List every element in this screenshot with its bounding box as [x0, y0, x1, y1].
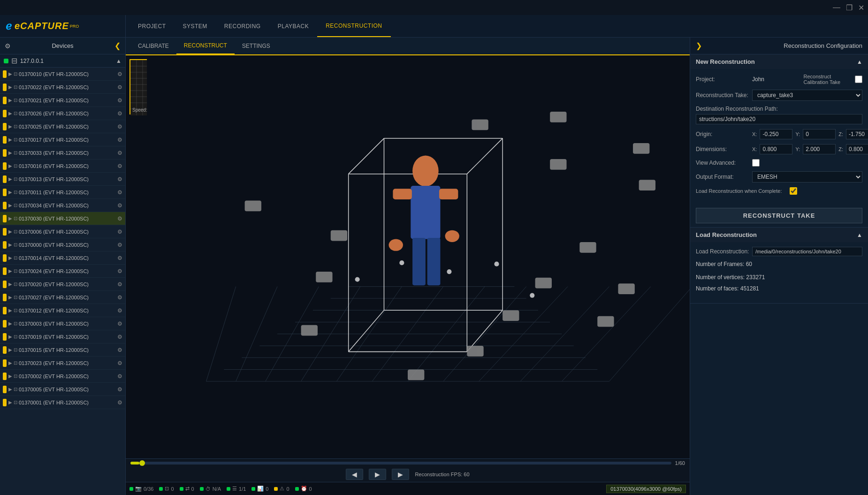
device-settings-icon[interactable]: ⚙: [117, 281, 122, 288]
device-row[interactable]: ▶ ⊡ 01370010 (EVT HR-12000SC) ⚙: [0, 68, 125, 81]
device-color-indicator: [3, 320, 7, 327]
device-row[interactable]: ▶ ⊡ 01370020 (EVT HR-12000SC) ⚙: [0, 278, 125, 291]
subtab-settings[interactable]: SETTINGS: [235, 38, 278, 54]
device-settings-icon[interactable]: ⚙: [117, 268, 122, 274]
origin-y-input[interactable]: [803, 129, 836, 139]
device-row[interactable]: ▶ ⊡ 01370013 (EVT HR-12000SC) ⚙: [0, 173, 125, 186]
device-settings-icon[interactable]: ⚙: [117, 334, 122, 340]
dim-x-input[interactable]: [760, 144, 792, 154]
close-btn[interactable]: ✕: [858, 3, 864, 12]
nav-reconstruction[interactable]: RECONSTRUCTION: [317, 15, 390, 37]
device-settings-icon[interactable]: ⚙: [117, 242, 122, 248]
device-row[interactable]: ▶ ⊡ 01370025 (EVT HR-12000SC) ⚙: [0, 120, 125, 133]
device-name: 01370015 (EVT HR-12000SC): [19, 347, 117, 353]
dim-y-input[interactable]: [803, 144, 836, 154]
device-row[interactable]: ▶ ⊡ 01370011 (EVT HR-12000SC) ⚙: [0, 186, 125, 199]
device-color-indicator: [3, 267, 7, 275]
load-path-input[interactable]: [752, 247, 862, 256]
origin-z-input[interactable]: [846, 129, 868, 139]
device-row[interactable]: ▶ ⊡ 01370017 (EVT HR-12000SC) ⚙: [0, 133, 125, 146]
progress-track[interactable]: [130, 462, 671, 465]
device-settings-icon[interactable]: ⚙: [117, 347, 122, 353]
device-name: 01370006 (EVT HR-12000SC): [19, 229, 117, 235]
play-icon: ▶: [8, 124, 12, 129]
nav-system[interactable]: SYSTEM: [175, 15, 216, 37]
reconstruct-take-btn[interactable]: RECONSTRUCT TAKE: [696, 208, 862, 223]
sidebar-collapse-btn[interactable]: ❮: [114, 41, 121, 50]
svg-rect-85: [316, 272, 332, 282]
restore-btn[interactable]: ❐: [846, 3, 853, 12]
origin-x-input[interactable]: [760, 129, 792, 139]
device-row[interactable]: ▶ ⊡ 01370034 (EVT HR-12000SC) ⚙: [0, 199, 125, 212]
device-settings-icon[interactable]: ⚙: [117, 255, 122, 261]
load-reconstruction-header[interactable]: Load Reconstruction ▲: [690, 228, 868, 242]
device-row[interactable]: ▶ ⊡ 01370001 (EVT HR-12000SC) ⚙: [0, 396, 125, 409]
reconstruction-take-select[interactable]: capture_take3: [752, 90, 862, 101]
device-name: 01370024 (EVT HR-12000SC): [19, 268, 117, 274]
device-settings-icon[interactable]: ⚙: [117, 84, 122, 91]
right-panel-toggle[interactable]: ❯: [696, 41, 702, 50]
device-settings-icon[interactable]: ⚙: [117, 110, 122, 117]
device-row[interactable]: ▶ ⊡ 01370005 (EVT HR-12000SC) ⚙: [0, 383, 125, 396]
project-row: Project: John Reconstruct Calibration Ta…: [696, 74, 862, 85]
nav-recording[interactable]: RECORDING: [216, 15, 269, 37]
device-row[interactable]: ▶ ⊡ 01370021 (EVT HR-12000SC) ⚙: [0, 94, 125, 107]
progress-dot[interactable]: [139, 460, 145, 466]
new-reconstruction-header[interactable]: New Reconstruction ▲: [690, 54, 868, 69]
active-device-label: 01370030(4096x3000 @60fps): [606, 485, 686, 493]
sidebar-settings-icon[interactable]: ⚙: [5, 42, 11, 50]
play-icon: ▶: [8, 163, 12, 168]
device-settings-icon[interactable]: ⚙: [117, 215, 122, 222]
destination-input[interactable]: [696, 114, 862, 124]
device-settings-icon[interactable]: ⚙: [117, 320, 122, 327]
right-panel: ❯ Reconstruction Configuration New Recon…: [690, 38, 868, 495]
device-group-collapse-icon[interactable]: ▲: [116, 58, 122, 64]
load-complete-checkbox[interactable]: [790, 187, 797, 195]
device-settings-icon[interactable]: ⚙: [117, 176, 122, 183]
device-row[interactable]: ▶ ⊡ 01370016 (EVT HR-12000SC) ⚙: [0, 160, 125, 173]
device-settings-icon[interactable]: ⚙: [117, 123, 122, 130]
nav-project[interactable]: PROJECT: [129, 15, 175, 37]
frame-count: 1/60: [675, 460, 685, 466]
device-row[interactable]: ▶ ⊡ 01370014 (EVT HR-12000SC) ⚙: [0, 251, 125, 265]
device-settings-icon[interactable]: ⚙: [117, 163, 122, 169]
device-row[interactable]: ▶ ⊡ 01370019 (EVT HR-12000SC) ⚙: [0, 330, 125, 343]
device-row[interactable]: ▶ ⊡ 01370024 (EVT HR-12000SC) ⚙: [0, 265, 125, 278]
device-row[interactable]: ▶ ⊡ 01370006 (EVT HR-12000SC) ⚙: [0, 225, 125, 238]
device-settings-icon[interactable]: ⚙: [117, 294, 122, 301]
play-btn[interactable]: ▶: [369, 469, 386, 480]
device-row[interactable]: ▶ ⊡ 01370000 (EVT HR-12000SC) ⚙: [0, 238, 125, 251]
device-settings-icon[interactable]: ⚙: [117, 97, 122, 104]
device-row[interactable]: ▶ ⊡ 01370023 (EVT HR-12000SC) ⚙: [0, 357, 125, 370]
device-settings-icon[interactable]: ⚙: [117, 307, 122, 314]
next-frame-btn[interactable]: ▶: [392, 469, 409, 480]
subtab-calibrate[interactable]: CALIBRATE: [130, 38, 176, 54]
device-row[interactable]: ▶ ⊡ 01370030 (EVT HR-12000SC) ⚙: [0, 212, 125, 225]
device-row[interactable]: ▶ ⊡ 01370026 (EVT HR-12000SC) ⚙: [0, 107, 125, 120]
view-advanced-checkbox[interactable]: [752, 159, 760, 167]
dim-z-input[interactable]: [846, 144, 868, 154]
prev-frame-btn[interactable]: ◀: [346, 469, 363, 480]
reconstruct-calib-checkbox[interactable]: [855, 76, 862, 83]
device-settings-icon[interactable]: ⚙: [117, 373, 122, 380]
device-row[interactable]: ▶ ⊡ 01370003 (EVT HR-12000SC) ⚙: [0, 317, 125, 330]
device-settings-icon[interactable]: ⚙: [117, 360, 122, 366]
device-row[interactable]: ▶ ⊡ 01370022 (EVT HR-12000SC) ⚙: [0, 81, 125, 94]
device-settings-icon[interactable]: ⚙: [117, 137, 122, 143]
device-settings-icon[interactable]: ⚙: [117, 202, 122, 209]
minimize-btn[interactable]: —: [833, 3, 840, 12]
device-settings-icon[interactable]: ⚙: [117, 228, 122, 235]
nav-playback[interactable]: PLAYBACK: [269, 15, 317, 37]
device-settings-icon[interactable]: ⚙: [117, 71, 122, 77]
subtab-reconstruct[interactable]: RECONSTRUCT: [176, 38, 235, 54]
device-settings-icon[interactable]: ⚙: [117, 150, 122, 156]
device-row[interactable]: ▶ ⊡ 01370027 (EVT HR-12000SC) ⚙: [0, 291, 125, 304]
device-row[interactable]: ▶ ⊡ 01370033 (EVT HR-12000SC) ⚙: [0, 146, 125, 160]
device-row[interactable]: ▶ ⊡ 01370015 (EVT HR-12000SC) ⚙: [0, 343, 125, 357]
device-row[interactable]: ▶ ⊡ 01370002 (EVT HR-12000SC) ⚙: [0, 370, 125, 383]
device-settings-icon[interactable]: ⚙: [117, 386, 122, 393]
output-format-select[interactable]: EMESH: [752, 171, 862, 183]
device-settings-icon[interactable]: ⚙: [117, 189, 122, 196]
device-settings-icon[interactable]: ⚙: [117, 399, 122, 406]
device-row[interactable]: ▶ ⊡ 01370012 (EVT HR-12000SC) ⚙: [0, 304, 125, 317]
